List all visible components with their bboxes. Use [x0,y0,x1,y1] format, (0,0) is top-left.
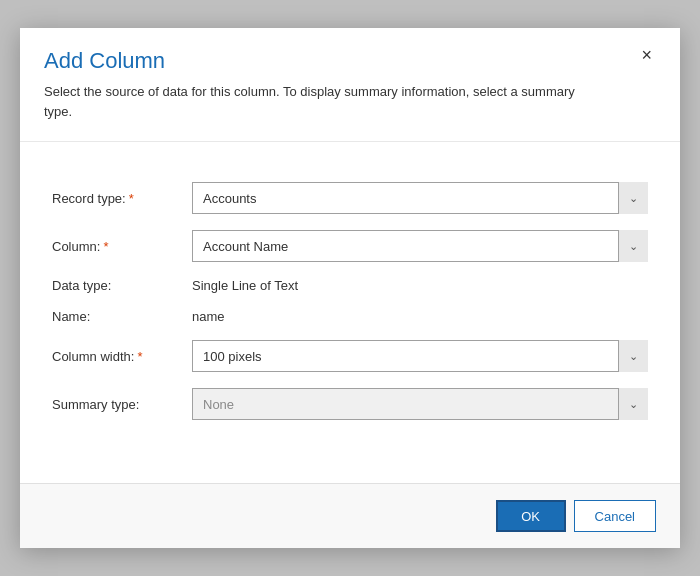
dialog-body: Record type: * Accounts Contacts Leads O… [20,158,680,483]
column-label: Column: * [52,239,192,254]
dialog-description: Select the source of data for this colum… [44,82,604,121]
summary-type-row: Summary type: None Sum Average Count Max… [52,388,648,420]
header-divider [20,141,680,142]
cancel-button[interactable]: Cancel [574,500,656,532]
column-width-required: * [137,349,142,364]
name-label: Name: [52,309,192,324]
close-button[interactable]: × [637,46,656,64]
dialog-title: Add Column [44,48,625,74]
summary-type-select-wrapper: None Sum Average Count Max Min ⌄ [192,388,648,420]
name-row: Name: name [52,309,648,324]
column-width-select-wrapper: 100 pixels 150 pixels 200 pixels 50 pixe… [192,340,648,372]
record-type-row: Record type: * Accounts Contacts Leads O… [52,182,648,214]
data-type-label: Data type: [52,278,192,293]
summary-type-label: Summary type: [52,397,192,412]
record-type-select[interactable]: Accounts Contacts Leads Opportunities [192,182,648,214]
column-width-select[interactable]: 100 pixels 150 pixels 200 pixels 50 pixe… [192,340,648,372]
dialog-footer: OK Cancel [20,483,680,548]
column-row: Column: * Account Name Email Phone City … [52,230,648,262]
ok-button[interactable]: OK [496,500,566,532]
record-type-required: * [129,191,134,206]
column-required: * [103,239,108,254]
column-width-label: Column width: * [52,349,192,364]
dialog-backdrop: Add Column Select the source of data for… [0,0,700,576]
record-type-label: Record type: * [52,191,192,206]
column-width-row: Column width: * 100 pixels 150 pixels 20… [52,340,648,372]
name-value: name [192,309,648,324]
summary-type-select[interactable]: None Sum Average Count Max Min [192,388,648,420]
column-select[interactable]: Account Name Email Phone City [192,230,648,262]
data-type-row: Data type: Single Line of Text [52,278,648,293]
data-type-value: Single Line of Text [192,278,648,293]
record-type-select-wrapper: Accounts Contacts Leads Opportunities ⌄ [192,182,648,214]
dialog: Add Column Select the source of data for… [20,28,680,548]
column-select-wrapper: Account Name Email Phone City ⌄ [192,230,648,262]
dialog-header: Add Column Select the source of data for… [20,28,680,133]
dialog-title-block: Add Column Select the source of data for… [44,48,625,121]
